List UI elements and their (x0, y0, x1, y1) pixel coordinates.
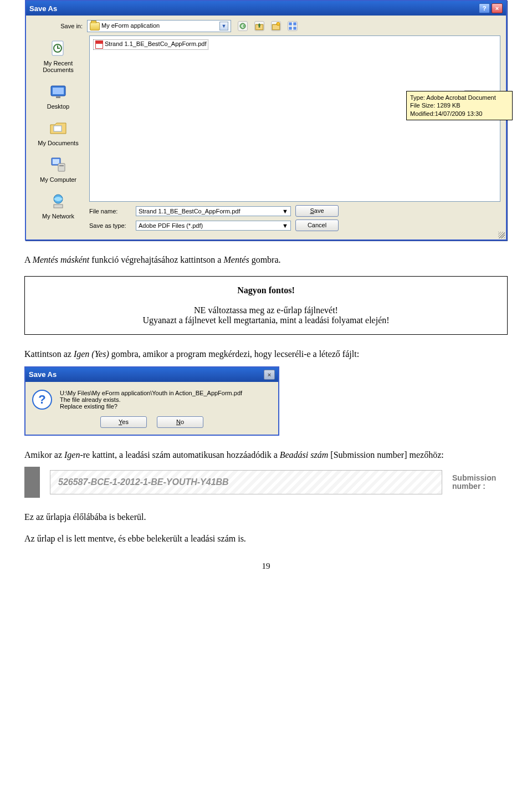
save-in-combo[interactable]: My eForm application ▼ (87, 20, 231, 32)
save-as-dialog: Save As ? × Save in: My eForm applicatio… (25, 0, 507, 241)
confirm-text: U:\My Files\My eForm application\Youth i… (60, 390, 242, 410)
nav-desktop[interactable]: Desktop (32, 81, 85, 110)
svg-rect-11 (53, 88, 64, 94)
save-in-value: My eForm application (101, 22, 160, 29)
paragraph: Az űrlap el is lett mentve, és ebbe bele… (24, 533, 508, 545)
nav-label: My Network (42, 213, 74, 220)
paragraph: Kattintson az Igen (Yes) gombra, amikor … (24, 348, 508, 360)
mynetwork-icon (48, 191, 69, 212)
nav-mydocs[interactable]: My Documents (32, 118, 85, 146)
svg-rect-15 (53, 159, 59, 164)
cancel-button[interactable]: Cancel (295, 220, 339, 231)
svg-rect-16 (58, 164, 65, 171)
save-in-label: Save in: (32, 23, 83, 29)
help-button[interactable]: ? (479, 3, 490, 13)
save-button[interactable]: Save (295, 205, 339, 217)
mydocs-icon (48, 118, 69, 139)
nav-label: My Recent Documents (32, 60, 85, 73)
resize-grip[interactable] (498, 232, 505, 238)
question-icon: ? (32, 390, 52, 410)
dropdown-icon[interactable]: ▼ (219, 22, 228, 30)
nav-label: Desktop (47, 103, 69, 110)
confirm-line: U:\My Files\My eForm application\Youth i… (60, 390, 242, 396)
svg-point-0 (240, 23, 245, 29)
file-name-label: File name: (89, 208, 131, 215)
svg-rect-17 (59, 165, 64, 166)
paragraph: Ez az űrlapja élőlábába is bekerül. (24, 511, 508, 523)
up-folder-icon[interactable] (254, 21, 264, 31)
back-icon[interactable] (238, 21, 248, 31)
dropdown-icon[interactable]: ▼ (282, 208, 288, 215)
yes-button[interactable]: Yes (100, 416, 147, 428)
dropdown-icon[interactable]: ▼ (282, 222, 288, 229)
file-tooltip: Type: Adobe Acrobat Document File Size: … (406, 91, 513, 120)
confirm-line: Replace existing file? (60, 403, 242, 410)
save-type-label: Save as type: (89, 222, 131, 229)
confirm-dialog: Save As × ? U:\My Files\My eForm applica… (24, 366, 279, 436)
places-sidebar: My Recent Documents Desktop My Documents… (32, 38, 85, 220)
save-button-rest: ave (314, 207, 324, 214)
titlebar: Save As ? × (26, 1, 506, 16)
nav-recent[interactable]: My Recent Documents (32, 38, 85, 73)
file-name-input[interactable]: Strand 1.1_BE_BestCo_AppForm.pdf ▼ (136, 206, 291, 216)
nav-mynetwork[interactable]: My Network (32, 191, 85, 220)
pdf-icon (95, 40, 103, 49)
svg-rect-6 (289, 27, 291, 29)
save-type-combo[interactable]: Adobe PDF Files (*.pdf) ▼ (136, 221, 291, 231)
desktop-icon (48, 81, 69, 102)
important-notice: Nagyon fontos! NE változtassa meg az e-ű… (24, 276, 508, 335)
mycomputer-icon (48, 154, 69, 175)
titlebar: Save As × (25, 368, 278, 382)
no-button[interactable]: No (157, 416, 203, 428)
folder-icon (90, 22, 100, 30)
confirm-line: The file already exists. (60, 396, 242, 403)
page-number: 19 (22, 562, 510, 571)
svg-rect-19 (54, 205, 63, 208)
notice-title: Nagyon fontos! (34, 285, 498, 295)
svg-rect-12 (56, 96, 60, 98)
dialog-title: Save As (29, 370, 57, 379)
svg-rect-13 (54, 126, 62, 131)
save-type-value: Adobe PDF Files (*.pdf) (139, 222, 203, 229)
nav-label: My Computer (40, 176, 76, 183)
svg-rect-7 (293, 27, 296, 29)
submission-number-label: Submission number : (452, 474, 508, 491)
paragraph: A Mentés másként funkció végrehajtásához… (24, 254, 508, 266)
svg-rect-4 (289, 22, 291, 25)
close-button[interactable]: × (264, 370, 275, 380)
svg-rect-5 (293, 22, 296, 25)
nav-mycomputer[interactable]: My Computer (32, 154, 85, 183)
close-button[interactable]: × (492, 3, 503, 13)
file-item[interactable]: Strand 1.1_BE_BestCo_AppForm.pdf (93, 39, 208, 50)
submission-number-field: 526587-BCE-1-2012-1-BE-YOUTH-Y41BB (50, 470, 442, 494)
submission-number-row: 526587-BCE-1-2012-1-BE-YOUTH-Y41BB Submi… (24, 467, 508, 498)
new-folder-icon[interactable] (271, 21, 281, 31)
notice-line: Ugyanazt a fájlnevet kell megtartania, m… (34, 315, 498, 325)
svg-point-3 (277, 22, 279, 25)
tooltip-line: Type: Adobe Acrobat Document (410, 94, 509, 101)
file-item-name: Strand 1.1_BE_BestCo_AppForm.pdf (105, 40, 206, 47)
tooltip-line: Modified:14/07/2009 13:30 (410, 110, 509, 118)
file-name-value: Strand 1.1_BE_BestCo_AppForm.pdf (139, 208, 240, 215)
view-menu-icon[interactable] (288, 21, 298, 31)
recent-docs-icon (48, 38, 69, 59)
tooltip-line: File Size: 1289 KB (410, 101, 509, 109)
paragraph: Amikor az Igen-re kattint, a leadási szá… (24, 449, 508, 461)
grey-bar (24, 467, 40, 498)
notice-line: NE változtassa meg az e-űrlap fájlnevét! (34, 305, 498, 315)
nav-label: My Documents (38, 140, 78, 146)
dialog-title: Save As (29, 4, 57, 13)
